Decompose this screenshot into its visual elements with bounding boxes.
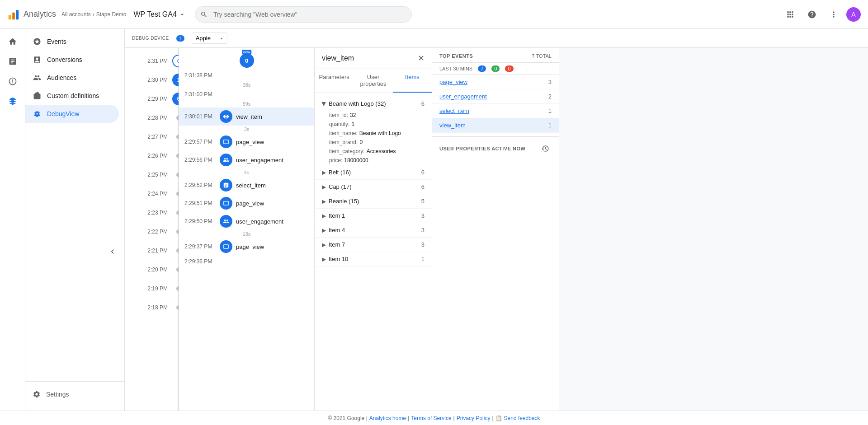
timeline-time: 2:29 PM: [147, 96, 168, 102]
event-row-user-engagement-2[interactable]: 2:29:50 PM user_engagement: [179, 212, 314, 230]
item-group-header-item1[interactable]: ▶ Item 1 3: [315, 209, 432, 223]
timeline-time: 2:20 PM: [147, 266, 168, 273]
top-events-total: 7 TOTAL: [532, 53, 552, 59]
timeline-dot: [176, 267, 179, 272]
event-stat-view-item[interactable]: view_item 1: [432, 118, 559, 133]
terms-link[interactable]: Terms of Service: [411, 415, 451, 421]
breadcrumb: All accounts › Stape Demo: [61, 11, 126, 18]
close-button[interactable]: ✕: [418, 53, 425, 63]
tab-parameters[interactable]: Parameters: [315, 69, 354, 93]
top-events-title: TOP EVENTS: [439, 53, 473, 59]
top-events-panel: TOP EVENTS 7 TOTAL LAST 30 MINS 7 0 0 pa…: [432, 48, 559, 411]
more-button[interactable]: [825, 5, 843, 23]
sidebar-item-custom[interactable]: Custom definitions: [25, 87, 119, 105]
chevron-icon: ▶: [322, 256, 326, 262]
user-props-header: USER PROPERTIES ACTIVE NOW: [432, 136, 559, 159]
settings-item[interactable]: Settings: [25, 385, 124, 403]
help-button[interactable]: [803, 5, 821, 23]
event-stat-count: 1: [548, 122, 552, 129]
events-label: Events: [47, 38, 66, 45]
sidebar-item-audiences[interactable]: Audiences: [25, 69, 119, 87]
apps-button[interactable]: [781, 5, 799, 23]
timeline-item-223: 2:23 PM: [125, 203, 179, 222]
dropdown-icon: [179, 11, 186, 18]
tab-user-properties[interactable]: User properties: [354, 69, 392, 93]
timeline-badge-1: 1: [172, 74, 179, 86]
event-stat-name: user_engagement: [439, 93, 487, 100]
chevron-icon: ▶: [322, 227, 326, 234]
item-group-title: ▶ Beanie with Logo (32): [322, 100, 386, 107]
event-stat-name: select_item: [439, 107, 469, 114]
item-group-header-belt[interactable]: ▶ Belt (16) 6: [315, 165, 432, 179]
property-selector[interactable]: WP Test GA4: [133, 10, 185, 19]
event-row-page-view-2[interactable]: 2:29:51 PM page_view: [179, 194, 314, 212]
timeline-time: 2:31 PM: [147, 58, 168, 64]
avatar[interactable]: A: [846, 7, 861, 22]
event-row-select-item[interactable]: 2:29:52 PM select_item: [179, 176, 314, 194]
sidebar-icon-reports[interactable]: [4, 52, 22, 70]
timeline-time: 2:21 PM: [147, 248, 168, 254]
item-name: Belt (16): [329, 169, 351, 176]
conversions-icon: [33, 55, 42, 64]
event-row-page-view-3[interactable]: 2:29:37 PM page_view: [179, 238, 314, 256]
sidebar-icon-explore[interactable]: [4, 72, 22, 90]
history-button[interactable]: [539, 142, 552, 155]
detail-key: item_id:: [329, 112, 348, 118]
tab-label: Items: [405, 74, 420, 80]
timeline-item-224: 2:24 PM: [125, 184, 179, 203]
detail-val: Accessories: [367, 148, 396, 154]
user-props-title: USER PROPERTIES ACTIVE NOW: [439, 146, 525, 151]
event-time: 2:30:01 PM: [184, 113, 216, 120]
timeline-time: 2:23 PM: [147, 210, 168, 216]
analytics-home-link[interactable]: Analytics home: [369, 415, 406, 421]
breadcrumb-account[interactable]: Stape Demo: [96, 11, 127, 18]
item-group-item10: ▶ Item 10 1: [315, 252, 432, 266]
feedback-link[interactable]: Send feedback: [504, 415, 540, 421]
privacy-link[interactable]: Privacy Policy: [457, 415, 491, 421]
search-input[interactable]: [195, 6, 412, 23]
content-area: DEBUG DEVICE 1 Apple Android Other 2:31 …: [125, 29, 868, 411]
event-row-view-item[interactable]: 2:30:01 PM view_item: [179, 107, 314, 126]
item-group-header-item4[interactable]: ▶ Item 4 3: [315, 223, 432, 237]
item-name: Item 4: [329, 227, 345, 234]
event-time-2:31:00: 2:31:00 PM: [179, 89, 314, 100]
event-row-user-engagement-1[interactable]: 2:29:56 PM user_engagement: [179, 151, 314, 169]
sidebar-icon-home[interactable]: [4, 33, 22, 51]
event-stat-name: page_view: [439, 79, 467, 85]
event-row-page-view-1[interactable]: 2:29:57 PM page_view: [179, 133, 314, 151]
tab-items[interactable]: Items: [393, 69, 432, 93]
event-icon: [220, 179, 232, 191]
item-count: 3: [421, 212, 425, 219]
item-group-header-beanie[interactable]: ▶ Beanie (15) 5: [315, 194, 432, 208]
search-icon: [200, 11, 208, 18]
event-icon: [220, 154, 232, 166]
collapse-sidebar-button[interactable]: [104, 243, 121, 261]
sidebar-item-debugview[interactable]: DebugView: [25, 105, 119, 123]
event-stat-user-engagement[interactable]: user_engagement 2: [432, 89, 559, 104]
detail-key: quantity:: [329, 121, 349, 127]
item-group-header-beanie-logo[interactable]: ▶ Beanie with Logo (32) 6: [315, 97, 432, 111]
sidebar-item-events[interactable]: Events: [25, 33, 119, 51]
timeline-time: 2:28 PM: [147, 115, 168, 121]
event-stat-page-view[interactable]: page_view 3: [432, 75, 559, 89]
detail-key: price:: [329, 157, 342, 163]
item-group-header-item7[interactable]: ▶ Item 7 3: [315, 238, 432, 252]
sidebar-icon-configure[interactable]: [4, 92, 22, 110]
sidebar-toggle-area: [25, 240, 124, 265]
item-group-header-item10[interactable]: ▶ Item 10 1: [315, 252, 432, 266]
item-group-header-cap[interactable]: ▶ Cap (17) 6: [315, 180, 432, 194]
event-stat-select-item[interactable]: select_item 1: [432, 104, 559, 118]
chevron-icon: ▶: [322, 213, 326, 219]
breadcrumb-all[interactable]: All accounts: [61, 11, 91, 18]
sidebar-item-conversions[interactable]: Conversions: [25, 51, 119, 69]
item-count: 5: [421, 198, 425, 205]
event-time: 2:29:57 PM: [184, 139, 216, 145]
item-name: Beanie with Logo (32): [329, 100, 386, 107]
footer-sep1: |: [408, 415, 409, 421]
feedback-icon: 📋: [495, 415, 502, 421]
device-select[interactable]: Apple Android Other: [192, 33, 227, 44]
top-events-header: TOP EVENTS 7 TOTAL: [432, 48, 559, 63]
item-group-title: ▶ Item 4: [322, 227, 345, 234]
timeline-time: 2:22 PM: [147, 229, 168, 235]
chevron-icon: ▶: [322, 184, 326, 190]
